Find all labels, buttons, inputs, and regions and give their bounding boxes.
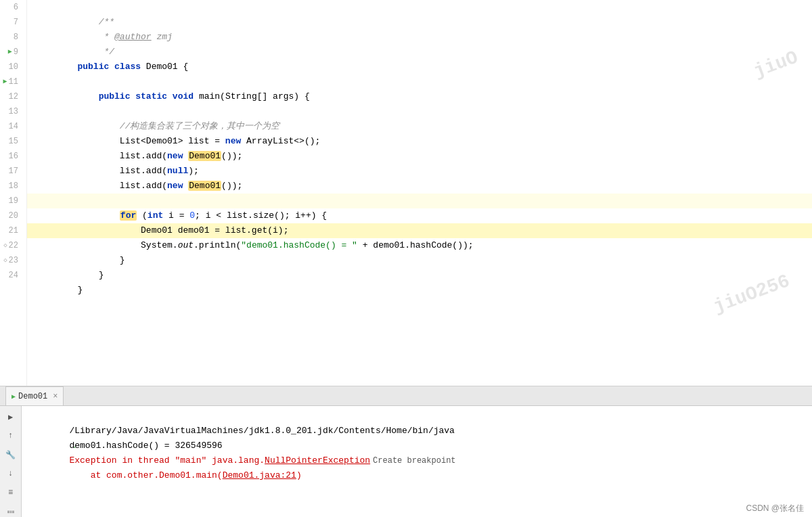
code-content: /** * @author zmj */ public class Demo01… bbox=[27, 0, 812, 386]
line-num-13: 13 bbox=[3, 104, 21, 119]
code-line-23: } bbox=[27, 253, 812, 268]
line-num-24: 24 bbox=[3, 268, 21, 283]
run-tab-label: Demo01 bbox=[18, 392, 47, 401]
line-num-19: 19 bbox=[3, 194, 21, 208]
run-button[interactable]: ▶ bbox=[3, 409, 19, 425]
line-num-12: 12 bbox=[3, 89, 21, 104]
line-num-6: 6 bbox=[3, 0, 21, 15]
run-tab[interactable]: ▶ Demo01 × bbox=[5, 386, 64, 405]
run-tab-close[interactable]: × bbox=[53, 392, 58, 401]
run-panel-header: ▶ Demo01 × bbox=[0, 386, 812, 406]
scroll-down-button[interactable]: ↓ bbox=[3, 466, 19, 482]
code-line-6: /** bbox=[27, 0, 812, 15]
line-num-18: 18 bbox=[3, 179, 21, 194]
line-num-17: 17 bbox=[3, 164, 21, 179]
line-num-15: 15 bbox=[3, 134, 21, 149]
run-gutter-icon-11[interactable]: ▶ bbox=[3, 74, 7, 89]
line-num-22: ◇ 22 bbox=[3, 238, 21, 253]
run-panel-content: ▶ ↑ 🔧 ↓ ≡ ⩶ 📷 🖨 /Library/Java/JavaVirtua… bbox=[0, 406, 812, 517]
line-num-14: 14 bbox=[3, 119, 21, 134]
code-line-11: public static void main(String[] args) { bbox=[27, 74, 812, 89]
csdn-credit: CSDN @张名佳 bbox=[746, 503, 804, 514]
line-num-11[interactable]: ▶ 11 bbox=[3, 74, 21, 89]
run-panel: ▶ Demo01 × ▶ ↑ 🔧 ↓ ≡ ⩶ 📷 🖨 /Library/Java… bbox=[0, 386, 812, 517]
code-line-9: public class Demo01 { bbox=[27, 45, 812, 60]
run-gutter-icon-9[interactable]: ▶ bbox=[8, 45, 12, 60]
fold-icon-22[interactable]: ◇ bbox=[3, 238, 7, 253]
output-path-line: /Library/Java/JavaVirtualMachines/jdk1.8… bbox=[27, 409, 807, 424]
line-num-21: 21 bbox=[3, 223, 21, 238]
line-num-23: ◇ 23 bbox=[3, 253, 21, 268]
line-num-9[interactable]: ▶ 9 bbox=[3, 45, 21, 60]
tab-run-icon: ▶ bbox=[12, 392, 16, 401]
fold-icon-23[interactable]: ◇ bbox=[3, 253, 7, 268]
line-num-16: 16 bbox=[3, 149, 21, 164]
line-num-7: 7 bbox=[3, 15, 21, 30]
code-line-24: } bbox=[27, 268, 812, 283]
list2-button[interactable]: ⩶ bbox=[3, 503, 19, 517]
editor-area: jiuO jiuO256 6 7 8 ▶ 9 10 bbox=[0, 0, 812, 386]
line-num-20: 20 bbox=[3, 208, 21, 223]
line-numbers: 6 7 8 ▶ 9 10 ▶ 11 bbox=[0, 0, 27, 386]
nullpointer-link[interactable]: NullPointerException bbox=[265, 455, 370, 466]
code-line-13: //构造集合装了三个对象，其中一个为空 bbox=[27, 104, 812, 119]
code-line-19: for (int i = 0; i < list.size(); i++) { bbox=[27, 194, 812, 208]
code-line-7: * @author zmj bbox=[27, 15, 812, 30]
run-output: /Library/Java/JavaVirtualMachines/jdk1.8… bbox=[22, 406, 812, 517]
stack-link[interactable]: Demo01.java:21 bbox=[223, 470, 296, 480]
wrench-button[interactable]: 🔧 bbox=[3, 447, 19, 463]
line-num-10: 10 bbox=[3, 60, 21, 74]
run-side-toolbar: ▶ ↑ 🔧 ↓ ≡ ⩶ 📷 🖨 bbox=[0, 406, 22, 517]
line-num-8: 8 bbox=[3, 30, 21, 45]
scroll-up-button[interactable]: ↑ bbox=[3, 428, 19, 444]
list-button[interactable]: ≡ bbox=[3, 485, 19, 501]
code-container: 6 7 8 ▶ 9 10 ▶ 11 bbox=[0, 0, 812, 386]
